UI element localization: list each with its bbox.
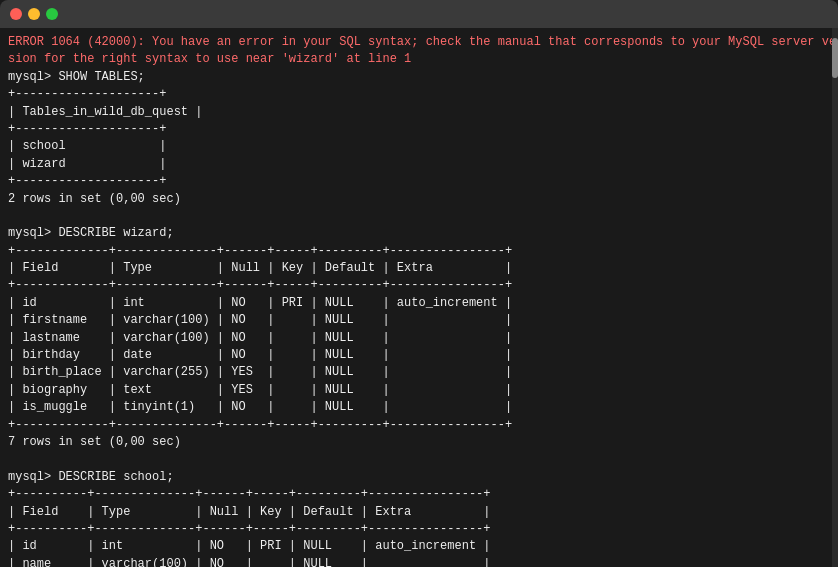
terminal-line: | name | varchar(100) | NO | | NULL | | <box>8 556 830 567</box>
terminal-line: | birth_place | varchar(255) | YES | | N… <box>8 364 830 381</box>
terminal-line: sion for the right syntax to use near 'w… <box>8 51 830 68</box>
terminal-line: | biography | text | YES | | NULL | | <box>8 382 830 399</box>
terminal-line: +-------------+--------------+------+---… <box>8 417 830 434</box>
terminal-line: | school | <box>8 138 830 155</box>
terminal-line: | is_muggle | tinyint(1) | NO | | NULL |… <box>8 399 830 416</box>
title-bar <box>0 0 838 28</box>
terminal-line: 2 rows in set (0,00 sec) <box>8 191 830 208</box>
terminal-line: mysql> SHOW TABLES; <box>8 69 830 86</box>
terminal-line: +----------+--------------+------+-----+… <box>8 486 830 503</box>
terminal-line: | firstname | varchar(100) | NO | | NULL… <box>8 312 830 329</box>
minimize-button[interactable] <box>28 8 40 20</box>
terminal-line: +--------------------+ <box>8 86 830 103</box>
terminal-line: ERROR 1064 (42000): You have an error in… <box>8 34 830 51</box>
terminal-line: +--------------------+ <box>8 121 830 138</box>
terminal-line: | Field | Type | Null | Key | Default | … <box>8 504 830 521</box>
traffic-lights <box>10 8 58 20</box>
terminal-line: 7 rows in set (0,00 sec) <box>8 434 830 451</box>
terminal-line: | Tables_in_wild_db_quest | <box>8 104 830 121</box>
terminal-line: | lastname | varchar(100) | NO | | NULL … <box>8 330 830 347</box>
app-window: ERROR 1064 (42000): You have an error in… <box>0 0 838 567</box>
terminal-line: | birthday | date | NO | | NULL | | <box>8 347 830 364</box>
terminal-line: +-------------+--------------+------+---… <box>8 243 830 260</box>
scrollbar-thumb[interactable] <box>832 38 838 78</box>
terminal-line: | id | int | NO | PRI | NULL | auto_incr… <box>8 295 830 312</box>
terminal-line: +----------+--------------+------+-----+… <box>8 521 830 538</box>
maximize-button[interactable] <box>46 8 58 20</box>
terminal-line: +--------------------+ <box>8 173 830 190</box>
scrollbar[interactable] <box>832 28 838 567</box>
terminal-line: +-------------+--------------+------+---… <box>8 277 830 294</box>
terminal-line: mysql> DESCRIBE wizard; <box>8 225 830 242</box>
terminal-line: | id | int | NO | PRI | NULL | auto_incr… <box>8 538 830 555</box>
terminal-line: | Field | Type | Null | Key | Default | … <box>8 260 830 277</box>
close-button[interactable] <box>10 8 22 20</box>
terminal-line: | wizard | <box>8 156 830 173</box>
terminal-body[interactable]: ERROR 1064 (42000): You have an error in… <box>0 28 838 567</box>
terminal-line <box>8 451 830 468</box>
terminal-line <box>8 208 830 225</box>
terminal-line: mysql> DESCRIBE school; <box>8 469 830 486</box>
